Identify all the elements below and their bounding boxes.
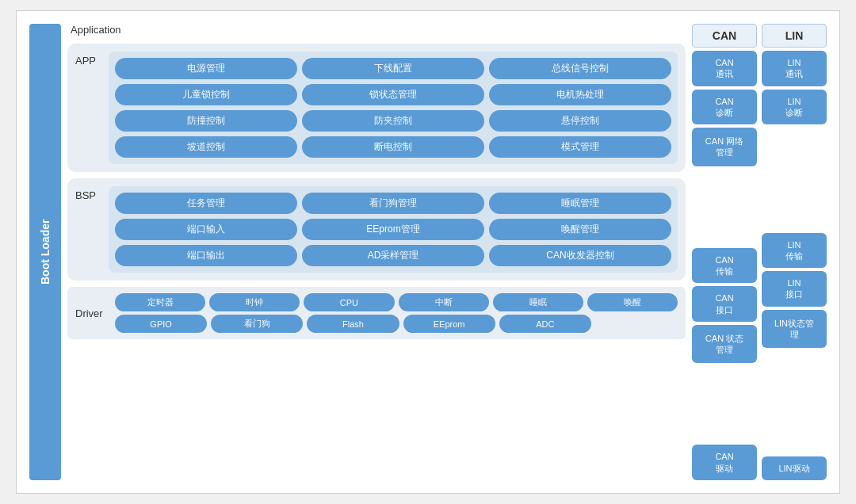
can-network-mgmt: CAN 网络管理 xyxy=(692,128,757,166)
btn-anti-pinch[interactable]: 防夹控制 xyxy=(302,110,484,132)
app-label: APP xyxy=(75,52,104,67)
main-content: Application APP 电源管理 下线配置 总线信号控制 儿童锁控制 锁… xyxy=(67,24,686,480)
btn-offline-config[interactable]: 下线配置 xyxy=(302,58,484,79)
app-inner: 电源管理 下线配置 总线信号控制 儿童锁控制 锁状态管理 电机热处理 防撞控制 … xyxy=(109,52,678,164)
btn-mode-mgmt[interactable]: 模式管理 xyxy=(489,136,671,158)
bsp-row-3: 端口输出 AD采样管理 CAN收发器控制 xyxy=(115,245,671,266)
app-section: APP 电源管理 下线配置 总线信号控制 儿童锁控制 锁状态管理 电机热处理 防… xyxy=(67,44,686,172)
app-row-4: 坡道控制 断电控制 模式管理 xyxy=(115,136,671,158)
btn-clock[interactable]: 时钟 xyxy=(209,293,300,311)
lin-header: LIN xyxy=(762,24,827,48)
btn-gpio[interactable]: GPIO xyxy=(115,315,207,333)
bsp-row-1: 任务管理 看门狗管理 睡眠管理 xyxy=(115,193,671,214)
btn-watchdog[interactable]: 看门狗 xyxy=(211,315,303,333)
btn-anti-collision[interactable]: 防撞控制 xyxy=(115,110,297,132)
driver-section: Driver 定时器 时钟 CPU 中断 睡眠 唤醒 GPIO 看门狗 Flas… xyxy=(67,287,686,339)
btn-child-lock[interactable]: 儿童锁控制 xyxy=(115,84,297,105)
btn-lock-state[interactable]: 锁状态管理 xyxy=(302,84,484,105)
app-row-3: 防撞控制 防夹控制 悬停控制 xyxy=(115,110,671,132)
btn-suspend[interactable]: 悬停控制 xyxy=(489,110,671,132)
btn-slope[interactable]: 坡道控制 xyxy=(115,136,297,158)
bsp-row-2: 端口输入 EEprom管理 唤醒管理 xyxy=(115,219,671,240)
app-row-2: 儿童锁控制 锁状态管理 电机热处理 xyxy=(115,84,671,105)
can-drive: CAN驱动 xyxy=(692,445,757,480)
btn-can-transceiver[interactable]: CAN收发器控制 xyxy=(489,245,671,266)
can-diag: CAN诊断 xyxy=(692,90,757,125)
btn-task-mgmt[interactable]: 任务管理 xyxy=(115,193,297,214)
lin-transfer: LIN传输 xyxy=(762,233,827,269)
driver-row-2: GPIO 看门狗 Flash EEprom ADC xyxy=(115,315,678,333)
bootloader-strip: Boot Loader xyxy=(29,24,61,480)
can-column: CAN CAN通讯 CAN诊断 CAN 网络管理 CAN传输 CAN接口 CAN… xyxy=(692,24,757,480)
lin-diag: LIN诊断 xyxy=(762,90,827,125)
btn-power-mgmt[interactable]: 电源管理 xyxy=(115,58,297,79)
btn-bus-signal[interactable]: 总线信号控制 xyxy=(489,58,671,79)
btn-flash[interactable]: Flash xyxy=(307,315,399,333)
btn-adc[interactable]: ADC xyxy=(499,315,591,333)
btn-watchdog-mgmt[interactable]: 看门狗管理 xyxy=(302,193,484,214)
btn-eeprom[interactable]: EEprom xyxy=(403,315,495,333)
btn-timer[interactable]: 定时器 xyxy=(115,293,205,311)
btn-port-output[interactable]: 端口输出 xyxy=(115,245,297,266)
btn-ad-sample[interactable]: AD采样管理 xyxy=(302,245,484,266)
application-label: Application xyxy=(67,24,686,36)
right-columns: CAN CAN通讯 CAN诊断 CAN 网络管理 CAN传输 CAN接口 CAN… xyxy=(692,24,827,480)
can-transfer: CAN传输 xyxy=(692,248,757,284)
btn-interrupt[interactable]: 中断 xyxy=(399,293,489,311)
btn-wakeup-mgmt[interactable]: 唤醒管理 xyxy=(489,219,671,240)
diagram-container: Boot Loader Application APP 电源管理 下线配置 总线… xyxy=(16,10,840,494)
driver-row-1: 定时器 时钟 CPU 中断 睡眠 唤醒 xyxy=(115,293,678,311)
btn-motor-heat[interactable]: 电机热处理 xyxy=(489,84,671,105)
driver-inner: 定时器 时钟 CPU 中断 睡眠 唤醒 GPIO 看门狗 Flash EEpro… xyxy=(115,293,678,333)
btn-port-input[interactable]: 端口输入 xyxy=(115,219,297,240)
btn-sleep[interactable]: 睡眠 xyxy=(493,293,583,311)
lin-column: LIN LIN通讯 LIN诊断 LIN传输 LIN接口 LIN状态管理 LIN驱… xyxy=(762,24,827,480)
can-interface: CAN接口 xyxy=(692,286,757,322)
btn-wakeup[interactable]: 唤醒 xyxy=(587,293,678,311)
bsp-section: BSP 任务管理 看门狗管理 睡眠管理 端口输入 EEprom管理 唤醒管理 端… xyxy=(67,178,686,281)
bsp-inner: 任务管理 看门狗管理 睡眠管理 端口输入 EEprom管理 唤醒管理 端口输出 … xyxy=(109,186,678,273)
lin-state-mgmt: LIN状态管理 xyxy=(762,310,827,349)
can-comm: CAN通讯 xyxy=(692,51,757,86)
btn-eeprom-mgmt[interactable]: EEprom管理 xyxy=(302,219,484,240)
can-state-mgmt: CAN 状态管理 xyxy=(692,325,757,364)
btn-sleep-mgmt[interactable]: 睡眠管理 xyxy=(489,193,671,214)
lin-comm: LIN通讯 xyxy=(762,51,827,86)
lin-interface: LIN接口 xyxy=(762,271,827,307)
btn-power-off[interactable]: 断电控制 xyxy=(302,136,484,158)
can-header: CAN xyxy=(692,24,757,48)
lin-drive: LIN驱动 xyxy=(762,456,827,480)
bsp-label: BSP xyxy=(75,186,104,201)
app-row-1: 电源管理 下线配置 总线信号控制 xyxy=(115,58,671,79)
driver-label: Driver xyxy=(75,307,110,319)
btn-cpu[interactable]: CPU xyxy=(304,293,394,311)
